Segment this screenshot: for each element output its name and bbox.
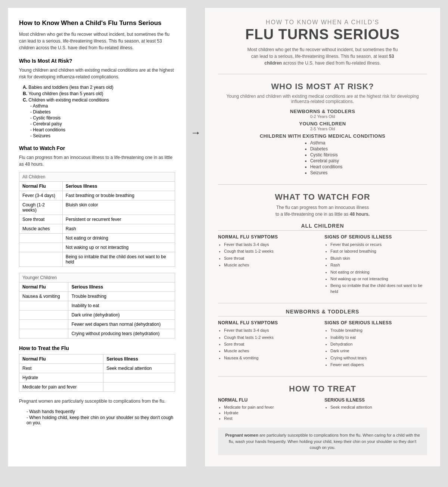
page-container: How to Know When a Child's Flu Turns Ser… bbox=[7, 7, 441, 467]
table-cell bbox=[19, 320, 68, 329]
newborns-columns: NORMAL FLU SYMPTOMS Fever that lasts 3-4… bbox=[218, 320, 427, 369]
table-cell: Cough (1-2 weeks) bbox=[19, 200, 63, 215]
table-cell: Sore throat bbox=[19, 215, 63, 224]
arrow-area: → bbox=[187, 7, 205, 467]
risk-heading: Who Is Most At Risk? bbox=[19, 58, 175, 64]
right-title-large: FLU TURNS SERIOUS bbox=[218, 26, 427, 43]
list-item: A. Babies and toddlers (less than 2 year… bbox=[23, 85, 175, 90]
list-item: Crying without tears bbox=[330, 355, 427, 361]
pregnant-tip: Wash hands frequently bbox=[27, 409, 175, 414]
treat-section: NORMAL FLU Medicate for pain and fever H… bbox=[218, 397, 427, 422]
normal-flu-treat-list: Medicate for pain and fever Hydrate Rest bbox=[218, 405, 321, 421]
table-cell: Fever (3-4 days) bbox=[19, 191, 63, 200]
normal-flu-treat-title: NORMAL FLU bbox=[218, 397, 321, 403]
col-header-normal2: Normal Flu bbox=[19, 282, 68, 292]
treat-title: HOW TO TREAT bbox=[218, 384, 427, 394]
list-item: Cough that lasts 1-2 weeks bbox=[224, 335, 321, 340]
watch-text: Flu can progress from an innocuous illne… bbox=[19, 154, 175, 168]
list-item: Sore throat bbox=[224, 256, 321, 261]
risk-group-sub: 2-5 Years Old bbox=[218, 127, 427, 131]
table-cell: Medicate for pain and fever bbox=[19, 383, 103, 392]
newborns-title: NEWBORNS & TODDLERS bbox=[218, 309, 427, 316]
risk-group-young: YOUNG CHILDREN 2-5 Years Old bbox=[218, 121, 427, 131]
table-cell: Bluish skin color bbox=[62, 200, 175, 215]
table-cell: Fewer wet diapers than normal (dehydrati… bbox=[68, 320, 175, 329]
risk-title: WHO IS MOST AT RISK? bbox=[218, 82, 427, 91]
treat-columns: NORMAL FLU Medicate for pain and fever H… bbox=[218, 397, 427, 422]
table-cell: Rest bbox=[19, 364, 103, 373]
newborns-normal-list: Fever that lasts 3-4 days Cough that las… bbox=[218, 328, 321, 361]
table-cell: Rash bbox=[62, 224, 175, 234]
newborns-normal-col: NORMAL FLU SYMPTOMS Fever that lasts 3-4… bbox=[218, 320, 321, 369]
newborns-normal-title: NORMAL FLU SYMPTOMS bbox=[218, 320, 321, 325]
condition-item: Heart conditions bbox=[310, 164, 343, 169]
list-item: Being so irritable that the child does n… bbox=[330, 283, 427, 294]
table-cell: Crying without producing tears (dehydrat… bbox=[68, 329, 175, 338]
serious-illness-treat-col: SERIOUS ILLNESS Seek medical attention bbox=[324, 397, 427, 422]
direction-arrow: → bbox=[190, 127, 201, 139]
list-item: Rest bbox=[224, 416, 321, 421]
risk-group-newborns: NEWBORNS & TODDLERS 0-2 Years Old bbox=[218, 109, 427, 119]
normal-col-title: NORMAL FLU SYMPTOMS bbox=[218, 234, 321, 240]
newborns-serious-title: SIGNS OF SERIOUS ILLNESS bbox=[324, 320, 427, 325]
table-cell: Seek medical attention bbox=[103, 364, 175, 373]
watch-heading: What to Watch For bbox=[19, 145, 175, 151]
divider bbox=[218, 74, 427, 74]
table-cell: Dark urine (dehydration) bbox=[68, 310, 175, 320]
newborns-symptoms: NEWBORNS & TODDLERS NORMAL FLU SYMPTOMS … bbox=[218, 309, 427, 369]
list-item: Fever that lasts 3-4 days bbox=[224, 242, 321, 247]
list-item: Fewer wet diapers bbox=[330, 362, 427, 368]
serious-col-title: SIGNS OF SERIOUS ILLNESS bbox=[324, 234, 427, 240]
serious-illness-treat-list: Seek medical attention bbox=[324, 405, 427, 409]
normal-flu-treat-col: NORMAL FLU Medicate for pain and fever H… bbox=[218, 397, 321, 422]
watch-desc: The flu can progress from an innocuous i… bbox=[218, 204, 427, 218]
list-item: Muscle aches bbox=[224, 348, 321, 354]
condition-item: Seizures bbox=[310, 170, 343, 175]
condition-item: Asthma bbox=[310, 140, 343, 146]
table-cell: Nausea & vomiting bbox=[19, 292, 68, 301]
list-item: Rash bbox=[330, 262, 427, 268]
pregnant-note: Pregnant women are particularly suscepti… bbox=[218, 428, 427, 455]
pregnant-tips: Wash hands frequently When holding child… bbox=[19, 409, 175, 425]
condition-item: Cystic fibrosis bbox=[310, 152, 343, 157]
table-cell: Persistent or recurrent fever bbox=[62, 215, 175, 224]
watch-title: WHAT TO WATCH FOR bbox=[218, 192, 427, 202]
table-cell bbox=[19, 252, 63, 267]
table-cell: Not eating or drinking bbox=[62, 234, 175, 243]
list-item: Hydrate bbox=[224, 410, 321, 415]
condition-item: Heart conditions bbox=[30, 127, 175, 132]
condition-item: Asthma bbox=[30, 103, 175, 109]
dehydration-list: Dark urine Crying without tears Fewer we… bbox=[324, 348, 427, 368]
table-cell bbox=[19, 243, 63, 252]
newborns-serious-list: Trouble breathing Inability to eat Dehyd… bbox=[324, 328, 427, 347]
condition-item: Seizures bbox=[30, 133, 175, 138]
divider3 bbox=[218, 303, 427, 303]
list-item: Inability to eat bbox=[330, 335, 427, 340]
table-cell: Muscle aches bbox=[19, 224, 63, 234]
newborns-serious-col: SIGNS OF SERIOUS ILLNESS Trouble breathi… bbox=[324, 320, 427, 369]
table-cell bbox=[19, 310, 68, 320]
serious-illness-list: Fever that persists or recurs Fast or la… bbox=[324, 242, 427, 294]
all-children-table: All Children Normal Flu Serious Illness … bbox=[19, 172, 175, 267]
col-header-serious2: Serious Illness bbox=[68, 282, 175, 292]
treat-table: Normal Flu Serious Illness Rest Seek med… bbox=[19, 354, 175, 392]
list-item: Cough that lasts 1-2 weeks bbox=[224, 249, 321, 254]
condition-item: Cystic fibrosis bbox=[30, 115, 175, 121]
right-title-small: HOW TO KNOW WHEN A CHILD'S bbox=[218, 19, 427, 26]
pregnant-tip: When holding child, keep their chin on y… bbox=[27, 415, 175, 425]
risk-group-title: YOUNG CHILDREN bbox=[218, 121, 427, 127]
all-children-title: ALL CHILDREN bbox=[218, 223, 427, 231]
table-cell: Trouble breathing bbox=[68, 292, 175, 301]
risk-list: A. Babies and toddlers (less than 2 year… bbox=[19, 85, 175, 138]
treat-col-serious: Serious Illness bbox=[103, 355, 175, 364]
list-item: Medicate for pain and fever bbox=[224, 405, 321, 409]
list-item: Dehydration bbox=[330, 341, 427, 347]
younger-children-table: Younger Children Normal Flu Serious Illn… bbox=[19, 273, 175, 338]
list-item: Not waking up or not interacting bbox=[330, 276, 427, 282]
list-item: Fast or labored breathing bbox=[330, 249, 427, 254]
risk-group-existing: CHILDREN WITH EXISTING MEDICAL CONDITION… bbox=[218, 133, 427, 139]
list-item: Fever that lasts 3-4 days bbox=[224, 328, 321, 333]
list-item: Not eating or drinking bbox=[330, 269, 427, 275]
risk-desc: Young children and children with existin… bbox=[218, 94, 427, 104]
col-header-serious: Serious Illness bbox=[62, 182, 175, 191]
